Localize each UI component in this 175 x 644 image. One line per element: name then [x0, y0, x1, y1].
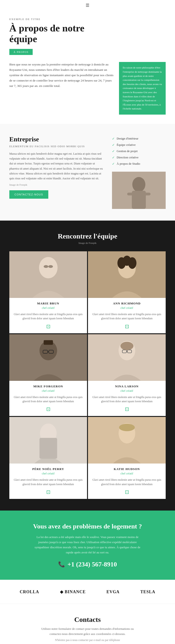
team-grid: MARIE BRUN chef créatif Glavi amet rirro… [9, 251, 166, 499]
team-card: PÈRE NOËL PERRY chef créatif Glavi amet … [9, 417, 87, 499]
partner-logo: ◆ BINANCE [60, 589, 86, 594]
team-card-image [88, 417, 166, 464]
contacts-section: Contacts Utilisez notre formulaire de co… [0, 604, 175, 644]
checklist-item: ✓Gestion de projet [112, 148, 166, 154]
team-card: KATIE HUDSON chef créatif Glavi amet rir… [88, 417, 166, 499]
entreprise-checklist: ✓Design d'intérieur ✓Équipe créative ✓Ge… [112, 136, 166, 167]
hamburger-icon[interactable]: ☰ [86, 3, 89, 8]
team-member-role: chef créatif [13, 306, 83, 310]
svg-point-1 [132, 177, 145, 192]
team-member-name: MIKE FORGERON [13, 384, 83, 388]
team-member-name: NINA LARSON [92, 384, 162, 388]
team-card-image [9, 334, 87, 381]
team-member-desc: Glavi amet rirrol libero molestie ante u… [92, 395, 162, 404]
team-member-role: chef créatif [13, 389, 83, 393]
svg-rect-4 [143, 192, 150, 196]
svg-point-31 [119, 424, 135, 431]
check-icon: ✓ [112, 143, 115, 147]
team-member-role: chef créatif [13, 472, 83, 475]
contact-button[interactable]: CONTACTEZ-NOUS [9, 190, 48, 199]
hero-sidebar: En raison de notre philosophie d'être l'… [119, 62, 166, 114]
partners-section: CROLLA ◆ BINANCE EVGA TESLA [0, 580, 175, 604]
partner-logo: EVGA [106, 590, 119, 594]
check-icon: ✓ [112, 137, 115, 141]
cta-desc: La loi des acteurs a été adoptée mais el… [32, 534, 143, 555]
hero-sidebar-text: En raison de notre philosophie d'être l'… [123, 66, 162, 111]
team-card-image [88, 334, 166, 381]
entreprise-photo [112, 172, 166, 209]
checklist-item: ✓À propos de Studio [112, 161, 166, 167]
hero-body-text: Bien que nous ne soyons pas la première … [9, 62, 114, 114]
team-title: Rencontrez l'équipe [9, 232, 166, 240]
svg-point-7 [44, 265, 48, 268]
partner-logo: CROLLA [20, 590, 39, 594]
entreprise-section: Entreprise ELEMENTUM EU FACILISIS SED OD… [0, 124, 175, 220]
check-icon: ✓ [112, 162, 115, 166]
team-member-desc: Glavi amet rirrol libero molestie ante u… [13, 395, 83, 404]
svg-point-8 [48, 265, 53, 268]
team-member-desc: Glavi amet rirrol libero molestie ante u… [92, 312, 162, 321]
team-member-name: KATIE HUDSON [92, 467, 162, 471]
contacts-sub: N'hésitez pas à nous contacter par e-mai… [9, 638, 166, 642]
hero-title: À propos de notre équipe [9, 23, 166, 44]
instagram-icon[interactable]: ⊡ [13, 489, 83, 495]
entreprise-image-note: Image de Freepik [9, 183, 105, 186]
svg-rect-28 [40, 438, 57, 459]
cta-section: Vous avez des problèmes de logement ? La… [0, 510, 175, 580]
team-section: Rencontrez l'équipe Image de Freepik MAR… [0, 220, 175, 510]
svg-point-25 [120, 342, 133, 350]
team-card: ANN RICHMOND chef créatif Glavi amet rir… [88, 251, 166, 333]
hero-section: EXEMPLE DE TITRE À propos de notre équip… [0, 11, 175, 124]
contacts-title: Contacts [9, 616, 166, 624]
team-member-role: chef créatif [92, 472, 162, 475]
team-card: NINA LARSON chef créatif Glavi amet rirr… [88, 334, 166, 416]
instagram-icon[interactable]: ⊡ [92, 489, 162, 495]
svg-point-13 [128, 257, 136, 269]
contacts-desc: Utilisez notre formulaire de contact pou… [41, 626, 134, 636]
team-member-desc: Glavi amet rirrol libero molestie ante u… [92, 478, 162, 486]
navbar: ☰ [0, 0, 175, 11]
svg-rect-16 [44, 340, 53, 345]
checklist-item: ✓Équipe créative [112, 142, 166, 148]
phone-number: +1 (234) 567-8910 [67, 560, 117, 568]
check-icon: ✓ [112, 156, 115, 160]
team-member-desc: Glavi amet rirrol libero molestie ante u… [13, 478, 83, 486]
team-member-desc: Glavi amet rirrol libero molestie ante u… [13, 312, 83, 321]
entreprise-title: Entreprise [9, 136, 105, 143]
team-member-name: ANN RICHMOND [92, 302, 162, 305]
cta-title: Vous avez des problèmes de logement ? [9, 522, 166, 530]
svg-rect-3 [127, 192, 134, 196]
team-card: MARIE BRUN chef créatif Glavi amet rirro… [9, 251, 87, 333]
phone-icon: 📞 [58, 561, 65, 568]
instagram-icon[interactable]: ⊡ [92, 406, 162, 412]
checklist-item: ✓Design d'intérieur [112, 136, 166, 142]
team-card-image [88, 251, 166, 298]
entreprise-text: Massa ultrices mi quis hendrerit dolor m… [9, 152, 105, 181]
team-member-role: chef créatif [92, 306, 162, 310]
instagram-icon[interactable]: ⊡ [13, 406, 83, 412]
svg-point-6 [39, 257, 58, 278]
hero-eyebrow: EXEMPLE DE TITRE [9, 18, 166, 20]
team-card-image [9, 251, 87, 298]
hero-badge: À PROPOS [9, 49, 33, 55]
check-icon: ✓ [112, 149, 115, 153]
instagram-icon[interactable]: ⊡ [92, 324, 162, 330]
checklist-item: ✓Direction créative [112, 154, 166, 161]
team-card-image [9, 417, 87, 464]
entreprise-subtitle: ELEMENTUM EU FACILISIS SED ODIO MORBI QU… [9, 145, 105, 148]
team-member-name: MARIE BRUN [13, 302, 83, 305]
team-card: MIKE FORGERON chef créatif Glavi amet ri… [9, 334, 87, 416]
team-member-name: PÈRE NOËL PERRY [13, 467, 83, 471]
instagram-icon[interactable]: ⊡ [13, 324, 83, 330]
team-image-note: Image de Freepik [9, 242, 166, 244]
partner-logo: TESLA [140, 590, 155, 594]
cta-phone[interactable]: 📞 +1 (234) 567-8910 [9, 560, 166, 568]
team-member-role: chef créatif [92, 389, 162, 393]
